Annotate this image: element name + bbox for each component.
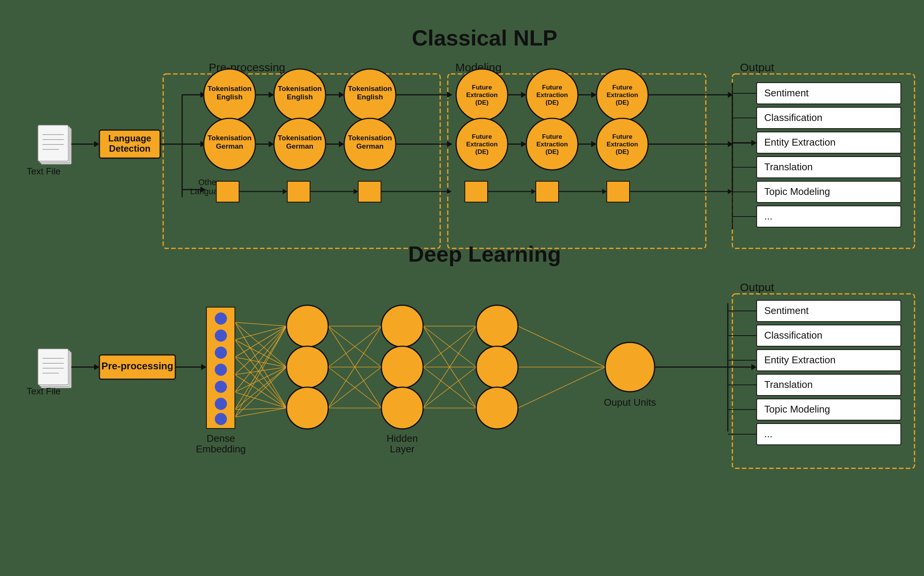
classical-output-more: ...: [764, 210, 773, 222]
svg-rect-57: [287, 181, 310, 202]
deep-output-classification: Classification: [764, 330, 822, 341]
svg-text:English: English: [287, 93, 313, 101]
svg-rect-120: [38, 349, 68, 385]
svg-text:Tokenisation: Tokenisation: [278, 85, 322, 93]
svg-point-202: [215, 330, 227, 342]
deep-text-file-label: Text File: [27, 386, 60, 396]
main-container: Classical NLP Pre-processing Modeling Ou…: [0, 0, 924, 576]
svg-text:(DE): (DE): [546, 99, 559, 106]
lang-detection-label2: Detection: [109, 143, 150, 154]
svg-text:Future: Future: [613, 84, 632, 91]
svg-text:Future: Future: [613, 133, 632, 140]
svg-point-204: [215, 364, 227, 376]
svg-text:Extraction: Extraction: [606, 91, 638, 99]
output-units-label: Ouput Units: [604, 397, 656, 408]
svg-rect-99: [465, 181, 488, 202]
svg-point-190: [287, 305, 328, 347]
svg-text:Tokenisation: Tokenisation: [348, 85, 392, 93]
svg-text:(DE): (DE): [475, 148, 489, 155]
svg-rect-102: [536, 181, 558, 202]
svg-point-193: [381, 305, 423, 347]
svg-text:Extraction: Extraction: [466, 141, 497, 148]
deep-output-sentiment: Sentiment: [764, 305, 809, 316]
dense-embedding-label2: Embedding: [196, 443, 246, 454]
svg-rect-60: [358, 181, 381, 202]
svg-point-205: [215, 381, 227, 393]
classical-title: Classical NLP: [412, 26, 557, 50]
svg-text:German: German: [286, 142, 313, 150]
hidden-layer-label2: Layer: [390, 443, 414, 454]
deep-output-topic: Topic Modeling: [764, 403, 830, 415]
deep-output-entity: Entity Extraction: [764, 354, 836, 366]
output-label-deep: Output: [740, 281, 775, 293]
svg-rect-54: [216, 181, 239, 202]
svg-point-206: [215, 398, 227, 410]
classical-output-translation: Translation: [764, 161, 813, 173]
svg-text:Extraction: Extraction: [606, 141, 638, 148]
svg-text:Extraction: Extraction: [466, 91, 497, 99]
svg-point-196: [476, 305, 518, 347]
svg-text:Future: Future: [542, 84, 562, 91]
deep-text-file: [38, 349, 71, 388]
svg-rect-6: [38, 125, 68, 161]
svg-text:Future: Future: [542, 133, 562, 140]
classical-text-file-label: Text File: [27, 166, 60, 176]
full-diagram-svg: Classical NLP Pre-processing Modeling Ou…: [23, 15, 924, 576]
svg-point-192: [287, 387, 328, 429]
svg-text:German: German: [216, 142, 243, 150]
svg-text:(DE): (DE): [616, 99, 629, 106]
svg-text:Extraction: Extraction: [536, 91, 568, 99]
deep-output-more: ...: [764, 428, 773, 440]
svg-text:(DE): (DE): [616, 148, 629, 155]
svg-rect-217: [757, 424, 901, 445]
svg-text:Tokenisation: Tokenisation: [208, 134, 252, 142]
svg-point-191: [287, 346, 328, 388]
svg-text:Tokenisation: Tokenisation: [208, 85, 252, 93]
classical-output-entity: Entity Extraction: [764, 136, 836, 148]
output-label-classical: Output: [740, 61, 775, 74]
svg-text:Future: Future: [472, 133, 492, 140]
svg-text:German: German: [356, 142, 383, 150]
deep-title: Deep Learning: [408, 242, 561, 266]
svg-point-197: [476, 346, 518, 388]
dense-embedding-label: Dense: [207, 433, 235, 444]
svg-text:(DE): (DE): [475, 99, 489, 106]
svg-point-201: [215, 312, 227, 325]
svg-text:(DE): (DE): [546, 148, 559, 155]
svg-point-194: [381, 346, 423, 388]
svg-rect-105: [607, 181, 630, 202]
svg-point-203: [215, 347, 227, 359]
classical-text-file: [38, 125, 71, 164]
svg-point-199: [605, 342, 654, 392]
svg-rect-116: [757, 206, 901, 227]
svg-text:English: English: [217, 93, 243, 101]
deep-output-translation: Translation: [764, 379, 813, 390]
hidden-layer-label: Hidden: [387, 433, 418, 444]
lang-detection-label: Language: [108, 133, 151, 143]
svg-point-198: [476, 387, 518, 429]
classical-output-sentiment: Sentiment: [764, 87, 809, 99]
svg-text:Tokenisation: Tokenisation: [278, 134, 322, 142]
svg-point-207: [215, 413, 227, 425]
svg-text:English: English: [357, 93, 383, 101]
deep-preprocessing-label: Pre-processing: [101, 360, 173, 371]
classical-output-classification: Classification: [764, 112, 822, 123]
svg-point-195: [381, 387, 423, 429]
svg-text:Tokenisation: Tokenisation: [348, 134, 392, 142]
classical-output-topic: Topic Modeling: [764, 186, 830, 197]
svg-text:Extraction: Extraction: [536, 141, 568, 148]
svg-text:Future: Future: [472, 84, 492, 91]
